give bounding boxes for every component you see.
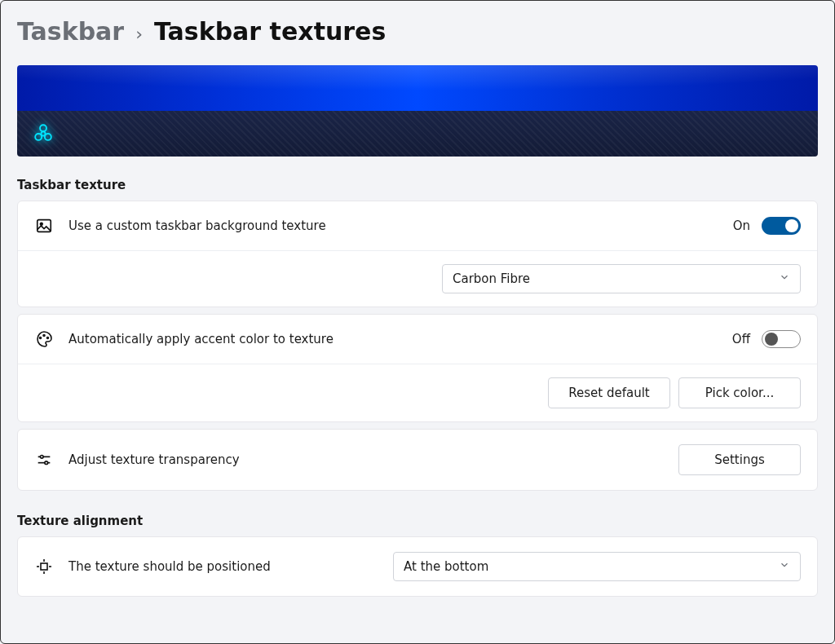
alignment-label: The texture should be positioned	[68, 559, 378, 574]
svg-point-7	[43, 335, 45, 337]
svg-point-2	[35, 134, 42, 140]
transparency-label: Adjust texture transparency	[68, 452, 664, 467]
card-alignment: The texture should be positioned At the …	[17, 536, 818, 597]
svg-point-12	[45, 461, 48, 465]
taskbar-preview-top	[17, 65, 818, 111]
use-custom-texture-label: Use a custom taskbar background texture	[68, 218, 718, 233]
biohazard-icon	[32, 122, 55, 145]
chevron-down-icon	[779, 271, 790, 286]
alignment-select-value: At the bottom	[404, 559, 488, 574]
svg-point-1	[40, 125, 46, 131]
svg-point-8	[47, 337, 49, 339]
taskbar-preview	[17, 65, 818, 157]
breadcrumb-parent[interactable]: Taskbar	[17, 17, 124, 46]
card-accent-color: Automatically apply accent color to text…	[17, 314, 818, 422]
svg-point-3	[45, 134, 51, 140]
use-custom-texture-toggle[interactable]	[762, 217, 801, 235]
page-title: Taskbar textures	[154, 17, 386, 46]
accent-color-toggle[interactable]	[762, 330, 801, 348]
accent-color-state: Off	[732, 332, 750, 346]
image-icon	[34, 216, 54, 236]
pick-color-button[interactable]: Pick color...	[678, 377, 801, 408]
alignment-select[interactable]: At the bottom	[393, 552, 801, 581]
section-title-texture: Taskbar texture	[17, 178, 818, 192]
sliders-icon	[34, 450, 54, 470]
svg-point-6	[40, 337, 42, 339]
texture-select[interactable]: Carbon Fibre	[442, 264, 801, 293]
card-use-custom-texture: Use a custom taskbar background texture …	[17, 201, 818, 307]
card-transparency: Adjust texture transparency Settings	[17, 429, 818, 491]
palette-icon	[34, 329, 54, 349]
taskbar-preview-bottom	[17, 111, 818, 157]
use-custom-texture-state: On	[733, 218, 750, 233]
reset-default-button[interactable]: Reset default	[548, 377, 670, 408]
section-title-alignment: Texture alignment	[17, 514, 818, 528]
chevron-down-icon	[779, 559, 790, 574]
texture-select-value: Carbon Fibre	[453, 271, 530, 286]
breadcrumb: Taskbar › Taskbar textures	[17, 17, 818, 46]
svg-point-5	[40, 223, 42, 225]
chevron-right-icon: ›	[135, 24, 143, 44]
accent-color-label: Automatically apply accent color to text…	[68, 332, 718, 346]
svg-rect-4	[38, 220, 51, 232]
svg-rect-13	[41, 563, 47, 570]
svg-point-10	[40, 456, 43, 459]
transparency-settings-button[interactable]: Settings	[678, 444, 801, 475]
align-icon	[34, 557, 54, 576]
